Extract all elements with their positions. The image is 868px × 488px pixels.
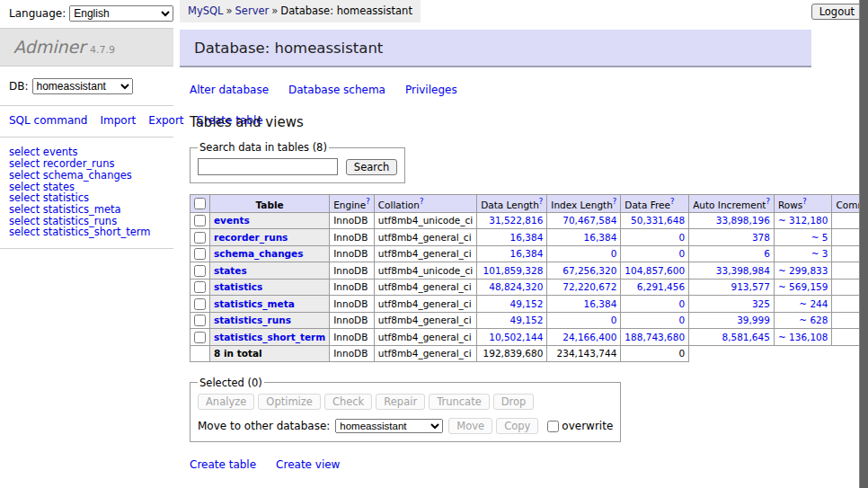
row-checkbox[interactable]	[194, 265, 206, 277]
rows-count-link[interactable]: ~ 136,108	[774, 329, 832, 346]
data-length-link[interactable]: 31,522,816	[477, 212, 547, 229]
breadcrumb-link-mysql[interactable]: MySQL	[188, 4, 224, 17]
engine-cell: InnoDB	[330, 329, 375, 346]
collation-cell: utf8mb4_general_ci	[374, 312, 476, 329]
engine-cell: InnoDB	[330, 296, 375, 313]
table-link[interactable]: recorder_runs	[214, 232, 288, 243]
data-length-link[interactable]: 49,152	[477, 312, 547, 329]
auto-increment-link[interactable]: 325	[689, 296, 775, 313]
data-length-link[interactable]: 101,859,328	[477, 262, 547, 279]
sidebar-item-select-statistics-meta[interactable]: select statistics_meta	[9, 204, 173, 216]
sidebar-actions: SQL commandImportExportCreate table	[0, 106, 148, 137]
help-icon[interactable]: ?	[802, 197, 807, 206]
auto-increment-link[interactable]: 6	[689, 245, 775, 262]
sidebar-link-sql-command[interactable]: SQL command	[9, 114, 87, 127]
help-icon[interactable]: ?	[613, 197, 617, 206]
db-select[interactable]: homeassistant	[32, 78, 133, 94]
sidebar-item-select-recorder-runs[interactable]: select recorder_runs	[9, 158, 173, 170]
table-link[interactable]: states	[214, 265, 247, 276]
table-link[interactable]: statistics_runs	[214, 315, 291, 325]
overwrite-checkbox[interactable]	[547, 421, 559, 432]
rows-count-link[interactable]: ~ 628	[774, 312, 832, 329]
data-free-link[interactable]: 104,857,600	[621, 262, 689, 279]
help-icon[interactable]: ?	[366, 197, 370, 206]
sidebar-link-import[interactable]: Import	[100, 114, 136, 127]
database-schema-link[interactable]: Database schema	[288, 84, 385, 96]
select-all-checkbox[interactable]	[194, 198, 206, 209]
row-checkbox[interactable]	[194, 281, 206, 293]
index-length-link[interactable]: 16,384	[547, 296, 621, 313]
auto-increment-link[interactable]: 8,581,645	[689, 329, 775, 346]
auto-increment-link[interactable]: 378	[689, 229, 775, 246]
logout-button[interactable]: Logout	[811, 4, 863, 20]
index-length-link[interactable]: 16,384	[547, 229, 621, 246]
help-icon[interactable]: ?	[766, 197, 770, 206]
move-database-select[interactable]: homeassistant	[335, 419, 443, 433]
alter-database-link[interactable]: Alter database	[190, 84, 269, 96]
index-length-link[interactable]: 67,256,320	[547, 262, 621, 279]
rows-count-link[interactable]: ~ 5	[774, 229, 832, 246]
rows-count-link[interactable]: ~ 299,833	[774, 262, 832, 279]
sidebar-item-select-statistics[interactable]: select statistics	[9, 192, 173, 204]
data-free-link[interactable]: 0	[621, 245, 689, 262]
copy-button: Copy	[496, 418, 538, 434]
search-input[interactable]	[198, 158, 338, 175]
table-link[interactable]: statistics_short_term	[214, 332, 325, 342]
data-free-link[interactable]: 188,743,680	[621, 329, 689, 346]
auto-increment-link[interactable]: 39,999	[689, 312, 775, 329]
help-icon[interactable]: ?	[420, 197, 424, 206]
data-free-link[interactable]: 0	[621, 229, 689, 246]
rows-count-link[interactable]: ~ 244	[774, 296, 832, 313]
index-length-link[interactable]: 72,220,672	[547, 279, 621, 296]
index-length-link[interactable]: 0	[547, 245, 621, 262]
data-free-link[interactable]: 6,291,456	[621, 279, 689, 296]
db-label: DB:	[9, 80, 29, 93]
data-free-link[interactable]: 50,331,648	[621, 212, 689, 229]
rows-count-link[interactable]: ~ 3	[774, 245, 832, 262]
help-icon[interactable]: ?	[539, 197, 544, 206]
rows-count-link[interactable]: ~ 569,159	[774, 279, 832, 296]
overwrite-label: overwrite	[562, 420, 613, 432]
row-checkbox[interactable]	[194, 315, 206, 326]
move-database-label: Move to other database:	[198, 420, 330, 432]
search-button[interactable]: Search	[346, 159, 398, 175]
create-view-link[interactable]: Create view	[276, 458, 340, 471]
vertical-scrollbar[interactable]	[859, 0, 868, 488]
auto-increment-link[interactable]: 913,577	[689, 279, 775, 296]
data-length-link[interactable]: 16,384	[477, 229, 547, 246]
row-checkbox[interactable]	[194, 332, 206, 343]
create-table-link[interactable]: Create table	[190, 458, 256, 471]
table-link[interactable]: events	[214, 215, 250, 226]
data-length-link[interactable]: 49,152	[477, 296, 547, 313]
data-length-link[interactable]: 48,824,320	[477, 279, 547, 296]
sidebar-link-export[interactable]: Export	[148, 114, 183, 127]
data-free-link[interactable]: 0	[621, 312, 689, 329]
app-logo: Adminer4.7.9	[0, 28, 173, 67]
data-length-link[interactable]: 10,502,144	[477, 329, 547, 346]
table-link[interactable]: statistics	[214, 281, 262, 292]
auto-increment-link[interactable]: 33,398,984	[689, 262, 775, 279]
total-data-length: 192,839,680	[477, 345, 547, 361]
data-free-link[interactable]: 0	[621, 296, 689, 313]
index-length-link[interactable]: 24,166,400	[547, 329, 621, 346]
language-select[interactable]: English	[69, 5, 173, 22]
total-label: 8 in total	[210, 345, 330, 361]
index-length-link[interactable]: 70,467,584	[547, 212, 621, 229]
sidebar-item-select-statistics-short-term[interactable]: select statistics_short_term	[9, 226, 173, 238]
row-checkbox[interactable]	[194, 248, 206, 260]
row-checkbox[interactable]	[194, 298, 206, 310]
table-link[interactable]: statistics_meta	[214, 298, 295, 309]
data-length-link[interactable]: 16,384	[477, 245, 547, 262]
table-link[interactable]: schema_changes	[214, 248, 304, 259]
repair-button: Repair	[376, 394, 425, 410]
privileges-link[interactable]: Privileges	[405, 84, 457, 96]
row-checkbox[interactable]	[194, 215, 206, 226]
sidebar-item-select-schema-changes[interactable]: select schema_changes	[9, 170, 173, 182]
rows-count-link[interactable]: ~ 312,180	[774, 212, 832, 229]
row-checkbox[interactable]	[194, 232, 206, 244]
breadcrumb-link-server[interactable]: Server	[235, 4, 270, 17]
auto-increment-link[interactable]: 33,898,196	[689, 212, 775, 229]
index-length-link[interactable]: 0	[547, 312, 621, 329]
column-header-engine: Engine?	[330, 195, 375, 213]
help-icon[interactable]: ?	[670, 197, 675, 206]
